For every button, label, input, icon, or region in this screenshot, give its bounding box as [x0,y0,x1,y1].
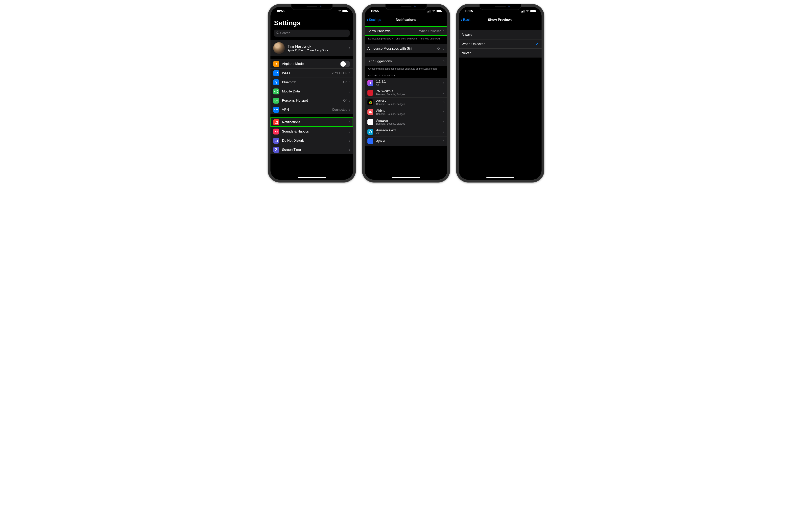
chevron-right-icon: › [349,108,350,112]
airplane-icon: ✈︎ [273,61,279,67]
signal-icon [521,10,525,12]
app-sub: Banners, Sounds, Badges [376,113,442,116]
row-label: Personal Hotspot [282,99,343,103]
chevron-right-icon: › [349,138,350,143]
status-right [521,9,535,13]
row-label: Siri Suggestions [368,59,442,63]
row-mobile-data[interactable]: Mobile Data › [270,87,353,96]
svg-line-1 [278,33,279,34]
row-sounds[interactable]: Sounds & Haptics › [270,127,353,136]
row-airplane[interactable]: ✈︎ Airplane Mode [270,59,353,69]
vpn-icon: VPN [273,107,279,113]
row-screentime[interactable]: Screen Time › [270,145,353,154]
home-indicator[interactable] [486,177,514,178]
row-dnd[interactable]: Do Not Disturb › [270,136,353,145]
back-button[interactable]: ‹ Back [461,16,470,24]
option-label: Always [462,33,539,37]
screentime-icon [273,147,279,153]
wifi-icon [526,9,529,13]
app-row[interactable]: AmazonBanners, Sounds, Badges› [365,117,447,127]
signal-icon [427,10,431,12]
phone-frame-3: 10:55 ‹ Back Show Previews AlwaysWhen Un… [456,4,544,183]
chevron-right-icon: › [443,90,444,95]
app-list: 11.1.1.1Off›7M WorkoutBanners, Sounds, B… [365,78,447,146]
screen-notifications: 10:55 ‹ Settings Notifications Show Prev… [365,7,447,180]
hotspot-icon [273,98,279,104]
row-vpn[interactable]: VPN VPN Connected › [270,105,353,114]
search-input[interactable]: Search [274,30,350,37]
nav-bar: ‹ Back Show Previews [459,16,542,24]
svg-point-5 [277,121,278,122]
app-row[interactable]: 11.1.1.1Off› [365,78,447,88]
back-button[interactable]: ‹ Settings [367,16,381,24]
row-hotspot[interactable]: Personal Hotspot Off › [270,96,353,105]
row-label: Announce Messages with Siri [368,47,437,51]
app-row[interactable]: Amazon AlexaOff› [365,127,447,136]
app-name: Amazon [376,119,442,122]
row-label: Do Not Disturb [282,139,347,143]
chevron-right-icon: › [443,47,444,51]
app-sub: Banners, Sounds, Badges [376,122,442,126]
content[interactable]: Settings Search Tim Hardwick Apple ID, i… [270,16,353,180]
status-time: 10:55 [371,9,379,13]
app-sub: Banners, Sounds, Badges [376,93,442,96]
screen-show-previews: 10:55 ‹ Back Show Previews AlwaysWhen Un… [459,7,542,180]
chevron-left-icon: ‹ [367,19,369,21]
wifi-settings-icon [273,70,279,76]
chevron-left-icon: ‹ [461,19,463,21]
app-row[interactable]: ActivityBanners, Sounds, Badges› [365,98,447,107]
page-title: Settings [270,16,353,28]
option-row[interactable]: Always [459,30,542,39]
content[interactable]: Show Previews When Unlocked › Notificati… [365,24,447,180]
group-announce: Announce Messages with Siri On › [365,44,447,53]
app-row[interactable]: AirbnbBanners, Sounds, Badges› [365,107,447,117]
app-name: 7M Workout [376,89,442,93]
row-bluetooth[interactable]: Bluetooth On › [270,78,353,87]
signal-icon [333,10,336,12]
home-indicator[interactable] [298,177,326,178]
app-row[interactable]: Apollo› [365,136,447,146]
airplane-toggle[interactable] [340,61,350,67]
option-row[interactable]: Never [459,48,542,57]
chevron-right-icon: › [443,100,444,105]
notch [480,4,521,10]
app-sub: Banners, Sounds, Badges [376,103,442,106]
row-label: Airplane Mode [282,62,340,66]
avatar [273,42,285,54]
group-network: ✈︎ Airplane Mode Wi-Fi SKYCCD02 › [270,59,353,114]
chevron-right-icon: › [349,147,350,152]
app-row[interactable]: 7M WorkoutBanners, Sounds, Badges› [365,88,447,98]
option-row[interactable]: When Unlocked✓ [459,39,542,48]
content[interactable]: AlwaysWhen Unlocked✓Never [459,24,542,180]
row-value: When Unlocked [419,29,442,33]
row-notifications[interactable]: Notifications › [270,118,353,127]
svg-point-7 [370,101,371,103]
previews-footer: Notification previews will only be shown… [365,36,447,40]
nav-title: Show Previews [488,18,513,22]
chevron-right-icon: › [349,129,350,134]
profile-row[interactable]: Tim Hardwick Apple ID, iCloud, iTunes & … [270,40,353,56]
row-wifi[interactable]: Wi-Fi SKYCCD02 › [270,69,353,78]
row-announce[interactable]: Announce Messages with Siri On › [365,44,447,53]
app-name: Airbnb [376,109,442,112]
svg-point-3 [277,100,278,101]
notifications-icon [273,119,279,125]
row-label: Notifications [282,120,347,124]
chevron-right-icon: › [349,120,350,125]
row-siri-suggestions[interactable]: Siri Suggestions › [365,57,447,66]
row-value: SKYCCD02 [330,72,347,75]
profile-name: Tim Hardwick [288,44,347,49]
status-time: 10:55 [277,9,285,13]
chevron-right-icon: › [349,71,350,75]
siri-footer: Choose which apps can suggest Shortcuts … [365,66,447,71]
app-icon: 1 [368,80,373,86]
chevron-right-icon: › [349,99,350,103]
option-label: When Unlocked [462,42,535,46]
row-value: Connected [332,108,347,111]
app-icon [368,129,373,135]
row-label: Mobile Data [282,89,347,93]
row-show-previews[interactable]: Show Previews When Unlocked › [365,27,447,36]
row-value: On [343,81,347,84]
home-indicator[interactable] [392,177,420,178]
group-notifications: Notifications › Sounds & Haptics › Do No… [270,118,353,154]
